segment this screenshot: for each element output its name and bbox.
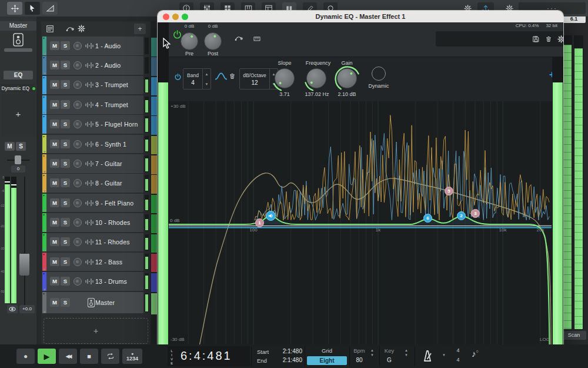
track-mute-button[interactable]: M [50, 257, 59, 266]
close-window-button[interactable] [163, 14, 169, 20]
eq-band-node-5[interactable]: 5 [445, 187, 453, 195]
fold-arrow-icon[interactable]: ▾ [43, 174, 45, 177]
clip-block[interactable] [151, 136, 157, 155]
fold-arrow-icon[interactable]: ▾ [43, 115, 45, 118]
frequency-knob[interactable] [306, 68, 326, 88]
pan-handle[interactable] [15, 155, 21, 164]
master-fader-handle[interactable] [19, 253, 29, 276]
automation-arrow-icon[interactable]: ▾ [44, 150, 46, 154]
track-solo-button[interactable]: S [61, 140, 70, 148]
automation-icon[interactable] [65, 25, 75, 33]
loop-button[interactable] [101, 349, 119, 364]
minimize-window-button[interactable] [172, 14, 179, 20]
zoom-window-button[interactable] [182, 14, 188, 20]
automation-arrow-icon[interactable]: ▾ [44, 287, 46, 291]
master-gain-readout[interactable]: +0.0 [19, 305, 35, 313]
track-name[interactable]: 8 - Guitar [95, 180, 122, 187]
play-button[interactable]: ▶ [38, 349, 56, 364]
track-row[interactable]: ▾ M S 11 - Rhodes ▾ [42, 233, 143, 252]
band-power-button[interactable] [174, 73, 182, 81]
keyboard-icon[interactable] [252, 35, 262, 42]
eq-band-node-2[interactable]: 2 [457, 211, 466, 220]
automation-icon[interactable] [233, 34, 244, 42]
gear-icon[interactable] [78, 25, 85, 32]
arm-record-button[interactable] [74, 238, 82, 246]
clip-block[interactable] [151, 175, 157, 194]
automation-arrow-icon[interactable]: ▾ [44, 170, 46, 174]
clip-block[interactable] [151, 38, 157, 57]
track-solo-button[interactable]: S [61, 277, 70, 286]
automation-arrow-icon[interactable]: ▾ [44, 130, 46, 134]
grid-value-button[interactable]: Eight [307, 356, 347, 365]
track-solo-button[interactable]: S [61, 80, 70, 89]
band-down-arrow[interactable]: ▼ [205, 82, 209, 86]
track-mute-button[interactable]: M [50, 298, 59, 307]
automation-arrow-icon[interactable]: ▾ [44, 208, 46, 213]
bpm-value[interactable]: 80 [351, 357, 368, 363]
quantize-note-icon[interactable]: ♪○ [472, 349, 479, 359]
key-value[interactable]: G [381, 357, 397, 363]
track-solo-button[interactable]: S [61, 178, 70, 187]
clip-block[interactable] [151, 97, 157, 115]
clip-block[interactable] [151, 293, 157, 314]
master-volume-bar[interactable] [4, 48, 32, 52]
add-plugin-button[interactable]: + [1, 109, 35, 119]
clip-block[interactable] [151, 195, 157, 214]
track-name[interactable]: 3 - Trumpet [95, 81, 128, 88]
delete-preset-icon[interactable] [545, 35, 552, 43]
eq-button[interactable]: EQ [4, 71, 33, 79]
arm-record-button[interactable] [74, 140, 82, 148]
arm-record-button[interactable] [74, 277, 82, 286]
fold-arrow-icon[interactable]: ▾ [43, 56, 45, 59]
arm-record-button[interactable] [74, 120, 82, 128]
bpm-steppers[interactable]: ▲▼ [370, 348, 374, 357]
master-solo-button[interactable]: S [16, 142, 26, 151]
monitor-toggle-button[interactable] [7, 305, 18, 313]
delete-band-icon[interactable] [229, 72, 236, 80]
clip-block[interactable] [151, 116, 157, 135]
metronome-icon[interactable] [420, 349, 435, 363]
arm-record-button[interactable] [74, 199, 82, 207]
track-name[interactable]: 7 - Guitar [95, 160, 122, 167]
track-solo-button[interactable]: S [61, 298, 70, 307]
fade-tool-button[interactable] [42, 2, 58, 15]
add-track-button[interactable]: + [134, 24, 146, 34]
record-button[interactable]: ● [16, 349, 35, 364]
move-tool-button[interactable] [7, 2, 22, 15]
track-mute-button[interactable]: M [50, 100, 59, 109]
arm-record-button[interactable] [74, 61, 82, 69]
track-mute-button[interactable]: M [50, 41, 59, 50]
plugin-title-bar[interactable]: Dynamic EQ - Master Effect 1 [158, 11, 563, 23]
automation-arrow-icon[interactable]: ▾ [44, 52, 46, 56]
band-selector[interactable]: Band 4 ▲▼ [183, 68, 211, 89]
track-mute-button[interactable]: M [50, 140, 59, 148]
eq-band-node-6[interactable]: 6 [423, 214, 432, 223]
clip-block[interactable] [151, 155, 157, 174]
automation-arrow-icon[interactable]: ▾ [44, 228, 46, 233]
arm-record-button[interactable] [74, 81, 82, 89]
time-signature-top[interactable]: 4 [453, 347, 463, 353]
arm-record-button[interactable] [74, 179, 82, 187]
clip-block[interactable] [151, 273, 157, 292]
track-row[interactable]: ▾ M S 4 - Trumpet ▾ [42, 95, 143, 114]
fold-arrow-icon[interactable]: ▾ [43, 154, 45, 158]
automation-arrow-icon[interactable]: ▾ [44, 248, 46, 252]
time-signature-bottom[interactable]: 4 [453, 357, 463, 363]
eq-graph[interactable]: +30 dB 0 dB -30 dB LOG 1001k10k20k 15623 [169, 101, 552, 347]
clip-block[interactable] [151, 214, 157, 233]
track-row[interactable]: ▾ M S 7 - Guitar ▾ [42, 154, 143, 173]
metronome-dropdown[interactable]: ▼ [442, 353, 446, 357]
save-preset-icon[interactable] [532, 35, 540, 43]
track-name[interactable]: 5 - Flugel Horn [95, 121, 138, 128]
eq-band-node-1[interactable]: 1 [255, 218, 264, 227]
track-row[interactable]: ▾ M S 1 - Audio ▾ [42, 37, 143, 55]
fold-arrow-icon[interactable]: ▾ [43, 292, 45, 296]
fold-arrow-icon[interactable]: ▾ [43, 95, 45, 99]
fold-arrow-icon[interactable]: ▾ [43, 213, 45, 217]
fold-arrow-icon[interactable]: ▾ [43, 233, 45, 237]
clip-block[interactable] [151, 254, 157, 273]
track-solo-button[interactable]: S [61, 100, 70, 109]
track-solo-button[interactable]: S [61, 218, 70, 227]
track-name[interactable]: 13 - Drums [95, 278, 127, 285]
preset-field[interactable] [436, 31, 563, 47]
